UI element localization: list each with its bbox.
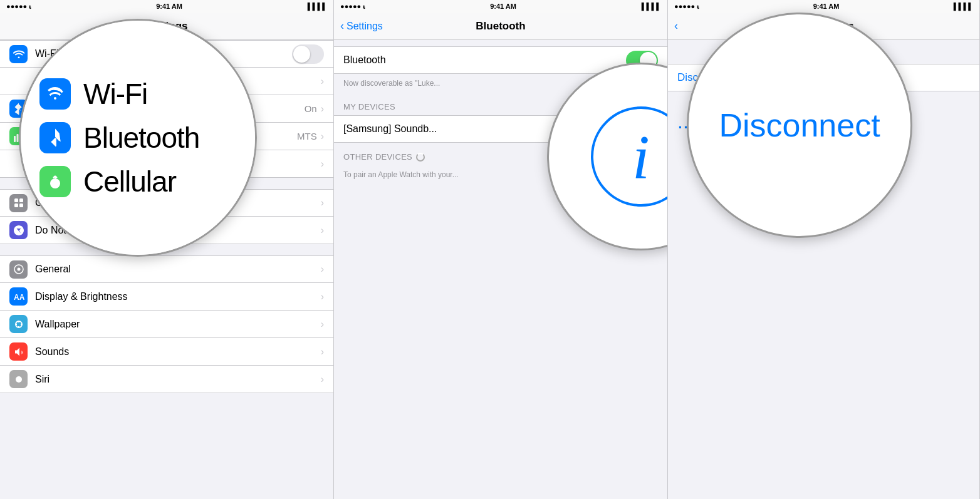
display-chevron-icon: › [321, 291, 324, 302]
loading-spinner [416, 153, 425, 162]
wifi-icon [9, 45, 28, 63]
sounds-chevron-icon: › [321, 346, 324, 358]
mag-bluetooth-icon [39, 122, 71, 153]
cellular-chevron-icon: › [321, 131, 324, 142]
svg-text:AA: AA [14, 293, 25, 302]
general-row[interactable]: General › [0, 255, 333, 283]
mag-wifi-row: Wi-Fi [39, 72, 236, 116]
mag-cellular-icon [39, 166, 71, 197]
general-chevron-icon: › [321, 264, 324, 275]
app-section: General › AA Display & Brightness › [0, 255, 333, 393]
back-button[interactable]: ‹ Settings [340, 19, 383, 33]
battery-icon-2: ▌▌▌▌ [642, 3, 661, 10]
control-center-icon [9, 194, 28, 212]
status-bar-3: ●●●●● ᵼ 9:41 AM ▌▌▌▌ [668, 0, 979, 13]
wallpaper-chevron-icon: › [321, 319, 324, 330]
time-display: 9:41 AM [156, 3, 182, 10]
mag-bluetooth-label: Bluetooth [83, 121, 199, 155]
siri-row[interactable]: Siri › [0, 366, 333, 393]
wallpaper-icon [9, 315, 28, 333]
magnify-overlay-1: Wi-Fi Bluetooth Cellular [19, 19, 257, 257]
svg-rect-5 [19, 198, 23, 202]
siri-icon [9, 370, 28, 388]
info-circle-icon: i [591, 106, 668, 207]
other-devices-label-text: OTHER DEVICES [343, 152, 412, 162]
general-icon [9, 260, 28, 279]
dnd-chevron-icon: › [321, 225, 324, 236]
svg-rect-0 [14, 136, 16, 142]
siri-label: Siri [35, 374, 321, 385]
other-devices-label-container: OTHER DEVICES [343, 152, 425, 162]
signal-icon-2: ●●●●● ᵼ [340, 3, 365, 11]
extra-chevron-icon: › [321, 158, 324, 170]
svg-rect-1 [16, 134, 18, 142]
wallpaper-label: Wallpaper [35, 319, 321, 330]
sounds-label: Sounds [35, 346, 321, 358]
time-display-3: 9:41 AM [813, 3, 840, 10]
network-spacer [9, 72, 28, 90]
bluetooth-main-label: Bluetooth [343, 54, 626, 66]
nav-title-bluetooth: Bluetooth [476, 20, 525, 33]
wifi-toggle[interactable] [292, 44, 324, 64]
svg-rect-6 [14, 203, 18, 207]
mag-cellular-row: Cellular [39, 160, 236, 203]
back-label: Settings [347, 21, 383, 32]
status-bar-1: ●●●●● ᵼ 9:41 AM ▌▌▌▌ [0, 0, 333, 13]
display-brightness-label: Display & Brightness [35, 291, 321, 302]
svg-rect-7 [19, 203, 23, 207]
device-back-chevron-icon: ‹ [674, 19, 678, 33]
time-display-2: 9:41 AM [490, 3, 516, 10]
svg-point-16 [16, 376, 22, 383]
magnify-overlay-3: Disconnect [687, 13, 912, 238]
bluetooth-value: On [305, 103, 317, 114]
mag-wifi-label: Wi-Fi [83, 77, 147, 111]
siri-chevron-icon: › [321, 374, 324, 385]
sounds-row[interactable]: Sounds › [0, 338, 333, 366]
mag-content-1: Wi-Fi Bluetooth Cellular [21, 21, 255, 255]
svg-rect-4 [14, 198, 18, 202]
panel-settings: ●●●●● ᵼ 9:41 AM ▌▌▌▌ Settings Wi-Fi [0, 0, 334, 499]
mag-wifi-icon [39, 78, 71, 110]
display-icon: AA [9, 287, 28, 306]
cellular-value: MTS [297, 131, 317, 141]
dnd-icon [9, 221, 28, 239]
mag-bluetooth-row: Bluetooth [39, 116, 236, 160]
nav-bar-bluetooth: ‹ Settings Bluetooth [334, 13, 667, 40]
mag-cellular-label: Cellular [83, 165, 176, 198]
display-brightness-row[interactable]: AA Display & Brightness › [0, 283, 333, 311]
svg-point-9 [17, 268, 20, 271]
device-back-button[interactable]: ‹ [674, 19, 679, 33]
magnify-disconnect-text: Disconnect [719, 106, 880, 144]
general-label: General [35, 264, 321, 275]
panel-device-detail: ●●●●● ᵼ 9:41 AM ▌▌▌▌ ‹ ear J-Series Disc… [668, 0, 980, 499]
status-bar-2: ●●●●● ᵼ 9:41 AM ▌▌▌▌ [334, 0, 667, 13]
back-chevron-icon: ‹ [340, 19, 344, 33]
panel-bluetooth: ●●●●● ᵼ 9:41 AM ▌▌▌▌ ‹ Settings Bluetoot… [334, 0, 668, 499]
battery-icon: ▌▌▌▌ [308, 3, 327, 10]
cc-chevron-icon: › [321, 197, 324, 208]
svg-point-17 [50, 178, 60, 188]
battery-icon-3: ▌▌▌▌ [954, 3, 973, 10]
bt-top-spacer [334, 40, 667, 46]
sounds-icon [9, 342, 28, 361]
network-chevron-icon: › [321, 76, 324, 87]
signal-icon-3: ●●●●● ᵼ [674, 3, 699, 11]
wallpaper-row[interactable]: Wallpaper › [0, 311, 333, 338]
bluetooth-chevron-icon: › [321, 103, 324, 115]
signal-icon: ●●●●● ᵼ [6, 3, 31, 11]
